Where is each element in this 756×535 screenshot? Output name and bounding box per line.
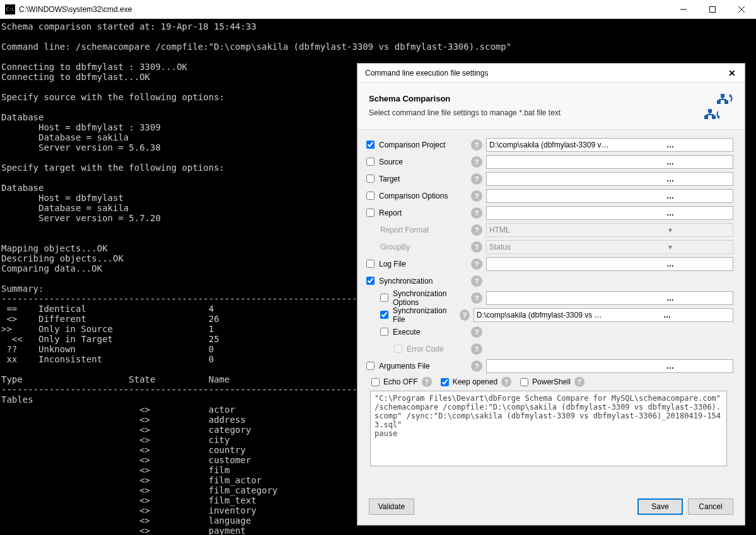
chk-log-file[interactable] — [366, 260, 375, 268]
chk-comparison-project[interactable] — [366, 141, 375, 149]
lbl-echo-off: Echo OFF — [383, 377, 418, 386]
close-button[interactable] — [727, 0, 756, 19]
cancel-button[interactable]: Cancel — [688, 498, 733, 515]
svg-rect-1 — [710, 6, 716, 12]
chk-echo-off[interactable] — [371, 378, 380, 386]
row-comparison-project: Comparison Project ? D:\comp\sakila (dbf… — [364, 136, 733, 153]
help-icon[interactable]: ? — [471, 139, 482, 151]
help-icon[interactable]: ? — [460, 309, 470, 321]
lbl-arguments-file: Arguments File — [379, 362, 430, 371]
help-icon[interactable]: ? — [471, 292, 482, 304]
help-icon[interactable]: ? — [471, 275, 482, 287]
browse-icon[interactable]: … — [610, 158, 730, 166]
browse-icon[interactable]: … — [610, 175, 730, 183]
row-comparison-options: Comparison Options ? … — [364, 187, 733, 204]
lbl-keep-opened: Keep opened — [453, 377, 497, 386]
dialog-title: Command line execution file settings — [365, 69, 724, 78]
help-icon[interactable]: ? — [471, 224, 482, 236]
chk-synchronization[interactable] — [366, 277, 375, 285]
chevron-down-icon: ▾ — [610, 243, 730, 251]
input-log-file[interactable]: … — [486, 257, 733, 271]
options-bar: Echo OFF ? Keep opened ? PowerShell ? — [364, 374, 733, 391]
chk-sync-options[interactable] — [380, 294, 388, 302]
chk-keep-opened[interactable] — [441, 378, 449, 386]
dialog-titlebar[interactable]: Command line execution file settings ✕ — [358, 64, 745, 83]
chk-report[interactable] — [366, 209, 375, 217]
svg-rect-9 — [712, 115, 716, 119]
row-report-format: Report Format ? HTML▾ — [364, 221, 733, 238]
help-icon[interactable]: ? — [471, 173, 482, 185]
chk-comparison-options[interactable] — [366, 192, 375, 200]
lbl-error-code: Error Code — [407, 345, 444, 354]
help-icon[interactable]: ? — [471, 258, 482, 270]
row-execute: Execute ? — [364, 323, 733, 340]
chk-target[interactable] — [366, 175, 375, 183]
cmd-icon: C:\ — [5, 4, 15, 14]
select-groupby: Status▾ — [486, 240, 733, 254]
lbl-synchronization: Synchronization — [379, 277, 433, 285]
lbl-comparison-project: Comparison Project — [379, 141, 445, 149]
browse-icon[interactable]: … — [610, 209, 730, 217]
maximize-button[interactable] — [698, 0, 727, 19]
lbl-target: Target — [379, 175, 400, 183]
input-comparison-project[interactable]: D:\comp\sakila (dbfmylast-3309 vs dbfmyl… — [486, 138, 733, 152]
help-icon[interactable]: ? — [471, 360, 482, 372]
help-icon[interactable]: ? — [471, 190, 482, 202]
chevron-down-icon: ▾ — [610, 226, 730, 234]
chk-execute[interactable] — [380, 328, 388, 336]
input-arguments-file[interactable]: … — [486, 359, 733, 373]
help-icon[interactable]: ? — [422, 377, 432, 387]
input-comparison-options[interactable]: … — [486, 189, 733, 203]
select-report-format: HTML▾ — [486, 223, 733, 237]
browse-icon[interactable]: … — [610, 192, 730, 200]
row-error-code: Error Code ? — [364, 340, 733, 357]
help-icon[interactable]: ? — [501, 377, 511, 387]
svg-rect-4 — [721, 94, 724, 98]
help-icon[interactable]: ? — [471, 207, 482, 219]
lbl-sync-file: Synchronization File — [393, 306, 460, 324]
row-source: Source ? … — [364, 153, 733, 170]
help-icon[interactable]: ? — [471, 156, 482, 168]
row-sync-file: Synchronization File ? D:\comp\sakila (d… — [364, 306, 733, 323]
input-source[interactable]: … — [486, 155, 733, 169]
browse-icon[interactable]: … — [610, 260, 730, 268]
svg-rect-5 — [717, 100, 721, 104]
lbl-report: Report — [379, 209, 402, 217]
help-icon[interactable]: ? — [471, 326, 482, 338]
save-button[interactable]: Save — [637, 498, 683, 515]
cmdline-settings-dialog: Command line execution file settings ✕ S… — [357, 63, 745, 526]
chk-arguments-file[interactable] — [366, 362, 375, 370]
dialog-close-button[interactable]: ✕ — [724, 66, 740, 81]
help-icon[interactable]: ? — [471, 241, 482, 253]
lbl-source: Source — [379, 158, 403, 166]
window-titlebar: C:\ C:\WINDOWS\system32\cmd.exe — [0, 0, 756, 19]
browse-icon[interactable]: … — [603, 311, 730, 319]
input-report[interactable]: … — [486, 206, 733, 220]
validate-button[interactable]: Validate — [369, 498, 414, 515]
help-icon[interactable]: ? — [471, 343, 482, 355]
chk-sync-file[interactable] — [380, 311, 388, 319]
row-sync-options: Synchronization Options ? … — [364, 289, 733, 306]
lbl-report-format: Report Format — [380, 226, 429, 234]
input-sync-options[interactable]: … — [486, 291, 733, 305]
help-icon[interactable]: ? — [574, 377, 584, 387]
svg-rect-6 — [724, 100, 728, 104]
chk-source[interactable] — [366, 158, 375, 166]
form-area: Comparison Project ? D:\comp\sakila (dbf… — [358, 130, 745, 491]
browse-icon[interactable]: … — [610, 294, 730, 302]
input-sync-file[interactable]: D:\comp\sakila (dbfmylast-3309 vs dbfmyl… — [474, 308, 733, 322]
lbl-groupby: GroupBy — [380, 243, 410, 251]
lbl-execute: Execute — [393, 328, 420, 337]
schema-compare-icon — [702, 94, 733, 120]
chk-powershell[interactable] — [520, 378, 528, 386]
input-target[interactable]: … — [486, 172, 733, 186]
row-synchronization: Synchronization ? — [364, 272, 733, 289]
header-title: Schema Comparison — [369, 94, 702, 103]
command-preview[interactable]: "C:\Program Files\Devart\dbForge Schema … — [370, 391, 727, 466]
window-title: C:\WINDOWS\system32\cmd.exe — [19, 5, 132, 14]
browse-icon[interactable]: … — [610, 362, 730, 371]
minimize-button[interactable] — [669, 0, 698, 19]
browse-icon[interactable]: … — [610, 141, 730, 149]
button-bar: Validate Save Cancel — [358, 491, 745, 525]
lbl-comparison-options: Comparison Options — [379, 192, 448, 200]
